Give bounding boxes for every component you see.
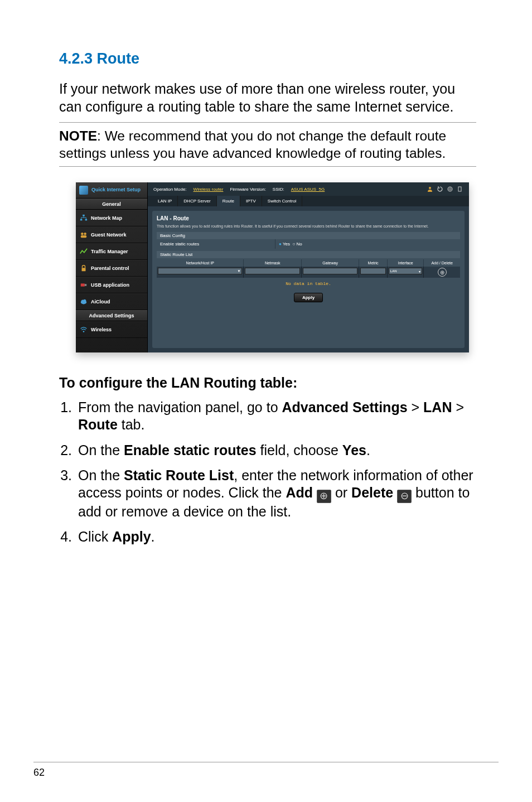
- ssid-label: SSID:: [273, 187, 284, 192]
- section-heading: 4.2.3 Route: [59, 50, 476, 67]
- ssid-value[interactable]: ASUS ASUS_5G: [291, 187, 325, 192]
- basic-config-header: Basic Config: [157, 232, 460, 239]
- svg-point-12: [83, 331, 85, 332]
- fw-label: Firmware Version:: [230, 187, 265, 192]
- sidebar-section-general: General: [76, 199, 147, 210]
- static-route-list-header: Static Route List: [157, 251, 460, 258]
- radio-no-label: No: [296, 241, 302, 247]
- step-2: On the Enable static routes field, choos…: [76, 442, 476, 459]
- col-metric: Metric: [359, 259, 387, 267]
- router-tabs: LAN IP DHCP Server Route IPTV Switch Con…: [148, 196, 469, 206]
- network-map-icon: [80, 214, 88, 222]
- step-1: From the navigation panel, go to Advance…: [76, 399, 476, 434]
- router-topbar: Operation Mode: Wireless router Firmware…: [148, 182, 469, 196]
- sidebar-section-advanced: Advanced Settings: [76, 310, 147, 321]
- user-icon[interactable]: [427, 186, 433, 192]
- svg-rect-15: [458, 187, 461, 191]
- svg-rect-5: [81, 235, 87, 238]
- enable-static-row: Enable static routes ● Yes ○ No: [157, 239, 460, 249]
- apply-button[interactable]: Apply: [294, 293, 323, 302]
- guest-network-label: Guest Network: [91, 232, 127, 238]
- panel-description: This function allows you to add routing …: [157, 224, 460, 229]
- route-table-header: Network/Host IP Netmask Gateway Metric I…: [157, 259, 460, 267]
- note-label: NOTE: [59, 128, 97, 143]
- panel-title: LAN - Route: [157, 215, 460, 221]
- radio-yes-label: Yes: [283, 241, 290, 247]
- parental-control-label: Parental control: [91, 265, 129, 271]
- svg-rect-7: [81, 284, 85, 287]
- reboot-icon[interactable]: [437, 186, 443, 192]
- aicloud-icon: [80, 298, 88, 306]
- col-add-delete: Add / Delete: [424, 259, 460, 267]
- tab-lan-ip[interactable]: LAN IP: [152, 196, 178, 206]
- parental-control-icon: [80, 264, 88, 272]
- col-interface: Interface: [388, 259, 424, 267]
- sidebar-item-wireless[interactable]: Wireless: [76, 321, 147, 338]
- opmode-value[interactable]: Wireless router: [194, 187, 224, 192]
- sidebar-item-traffic-manager[interactable]: Traffic Manager: [76, 243, 147, 260]
- enable-static-radios[interactable]: ● Yes ○ No: [275, 239, 306, 249]
- step-4: Click Apply.: [76, 528, 476, 545]
- wireless-icon: [80, 326, 88, 334]
- intro-text: If your network makes use of more than o…: [59, 80, 476, 115]
- svg-point-4: [84, 233, 86, 235]
- logout-icon[interactable]: [457, 186, 463, 192]
- sidebar-item-aicloud[interactable]: AiCloud: [76, 293, 147, 310]
- wand-icon: [79, 186, 88, 195]
- tab-route[interactable]: Route: [217, 196, 240, 206]
- netmask-input[interactable]: [245, 268, 299, 274]
- usb-icon: [80, 281, 88, 289]
- traffic-manager-label: Traffic Manager: [91, 249, 128, 254]
- router-panel: LAN - Route This function allows you to …: [152, 211, 465, 348]
- sidebar-item-network-map[interactable]: Network Map: [76, 210, 147, 226]
- tab-iptv[interactable]: IPTV: [240, 196, 262, 206]
- gateway-input[interactable]: [303, 268, 357, 274]
- add-route-button[interactable]: ⊕: [438, 268, 447, 277]
- world-icon[interactable]: [447, 186, 453, 192]
- svg-point-13: [429, 187, 431, 189]
- col-network-host-ip: Network/Host IP: [157, 259, 244, 267]
- tab-switch-control[interactable]: Switch Control: [262, 196, 303, 206]
- no-data-text: No data in table.: [157, 278, 460, 289]
- delete-icon: ⊖: [397, 490, 412, 503]
- wireless-label: Wireless: [91, 327, 112, 332]
- add-icon: ⊕: [317, 490, 331, 503]
- network-map-label: Network Map: [91, 215, 122, 221]
- subheading: To configure the LAN Routing table:: [59, 375, 476, 391]
- route-table-input-row: ▼ LAN▾ ⊕: [157, 267, 460, 278]
- col-gateway: Gateway: [302, 259, 359, 267]
- step-3: On the Static Route List, enter the netw…: [76, 467, 476, 521]
- svg-point-11: [83, 299, 86, 302]
- note-text: : We recommend that you do not change th…: [59, 128, 446, 161]
- svg-rect-6: [82, 268, 86, 271]
- usb-application-label: USB application: [91, 282, 129, 288]
- router-sidebar: Quick Internet Setup General Network Map…: [76, 182, 148, 352]
- tab-dhcp-server[interactable]: DHCP Server: [178, 196, 216, 206]
- svg-rect-8: [85, 284, 87, 286]
- sidebar-item-guest-network[interactable]: Guest Network: [76, 226, 147, 243]
- router-main: Operation Mode: Wireless router Firmware…: [148, 182, 469, 352]
- network-host-ip-select[interactable]: ▼: [158, 268, 242, 274]
- col-netmask: Netmask: [244, 259, 301, 267]
- topbar-icons: [427, 186, 463, 192]
- metric-input[interactable]: [360, 268, 385, 274]
- aicloud-label: AiCloud: [91, 299, 110, 305]
- svg-rect-0: [83, 215, 85, 216]
- svg-point-3: [81, 233, 83, 235]
- sidebar-item-qis[interactable]: Quick Internet Setup: [76, 182, 147, 199]
- traffic-manager-icon: [80, 248, 88, 255]
- guest-network-icon: [80, 231, 88, 239]
- svg-rect-1: [80, 219, 83, 221]
- svg-rect-2: [85, 219, 88, 221]
- qis-label: Quick Internet Setup: [91, 187, 141, 193]
- sidebar-item-usb-application[interactable]: USB application: [76, 277, 147, 293]
- page-number: 62: [33, 762, 499, 779]
- enable-static-label: Enable static routes: [157, 239, 275, 249]
- opmode-label: Operation Mode:: [153, 187, 187, 192]
- note-box: NOTE: We recommend that you do not chang…: [59, 122, 476, 167]
- interface-select[interactable]: LAN▾: [389, 268, 423, 274]
- sidebar-item-parental-control[interactable]: Parental control: [76, 260, 147, 277]
- router-screenshot: Quick Internet Setup General Network Map…: [76, 182, 469, 352]
- steps-list: From the navigation panel, go to Advance…: [59, 399, 476, 546]
